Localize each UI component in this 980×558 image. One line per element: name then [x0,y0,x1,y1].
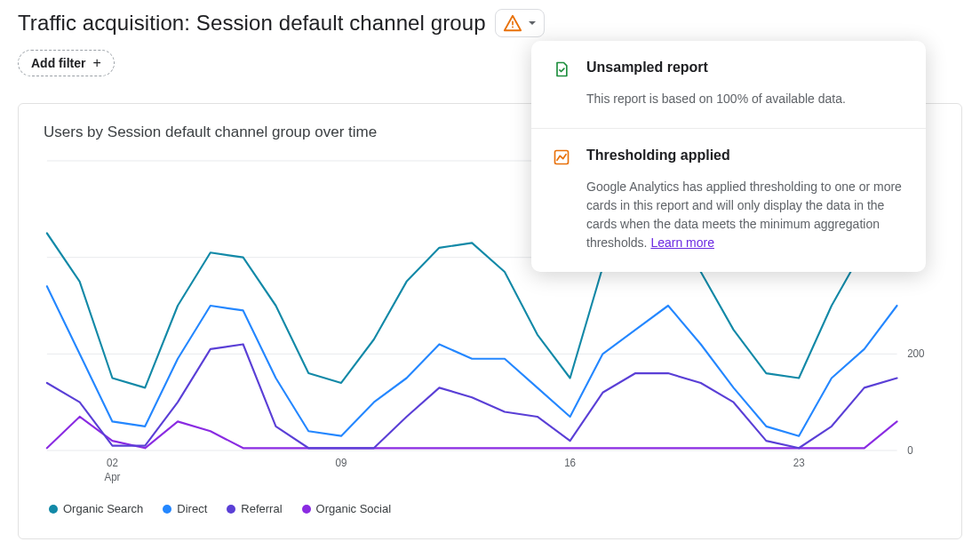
legend-dot [49,505,58,514]
popover-body: Google Analytics has applied thresholdin… [586,178,904,252]
svg-text:23: 23 [793,457,805,468]
threshold-chart-icon [553,148,570,166]
svg-text:200: 200 [907,347,925,359]
legend-item[interactable]: Organic Search [49,502,143,515]
data-quality-badge[interactable] [495,9,545,37]
legend-item[interactable]: Referral [227,502,282,515]
learn-more-link[interactable]: Learn more [650,235,714,250]
data-quality-popover: Unsampled report This report is based on… [531,41,926,272]
svg-rect-1 [512,27,514,28]
popover-title: Unsampled report [586,59,846,77]
svg-text:09: 09 [336,457,347,468]
page-title: Traffic acquisition: Session default cha… [18,11,486,36]
chart-legend: Organic SearchDirectReferralOrganic Soci… [44,502,936,515]
svg-text:16: 16 [564,457,576,468]
chevron-down-icon [528,19,537,28]
document-check-icon [553,60,570,78]
svg-rect-0 [512,21,514,26]
legend-label: Referral [241,502,282,515]
legend-item[interactable]: Direct [163,502,207,515]
legend-dot [227,505,235,514]
legend-label: Organic Search [63,502,143,515]
add-filter-label: Add filter [31,56,85,70]
legend-label: Direct [177,502,207,515]
legend-item[interactable]: Organic Social [302,502,392,515]
legend-dot [302,505,311,514]
popover-body: This report is based on 100% of availabl… [586,90,846,108]
popover-title: Thresholding applied [586,147,904,165]
legend-label: Organic Social [316,502,392,515]
legend-dot [163,505,171,514]
add-filter-button[interactable]: Add filter + [18,50,115,76]
plus-icon: + [92,56,100,70]
svg-text:02: 02 [107,457,118,468]
svg-text:Apr: Apr [104,471,120,482]
popover-item: Unsampled report This report is based on… [531,41,926,128]
warning-icon [503,13,522,33]
svg-text:0: 0 [907,444,913,456]
popover-item: Thresholding applied Google Analytics ha… [531,128,926,272]
